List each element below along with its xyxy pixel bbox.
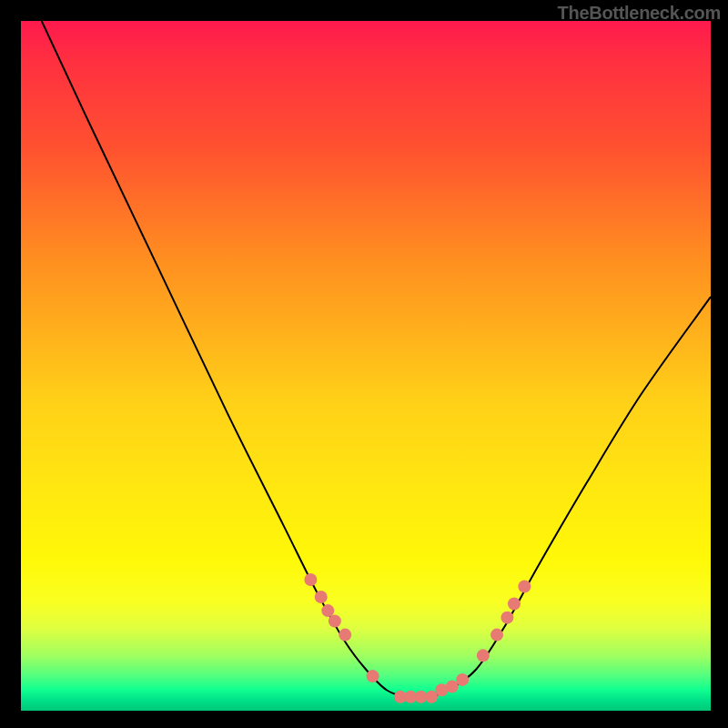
curve-svg	[21, 21, 711, 711]
marker-dot	[339, 629, 351, 642]
marker-dot	[321, 604, 334, 617]
marker-dot	[304, 573, 317, 586]
attribution-label: TheBottleneck.com	[558, 3, 721, 24]
marker-dot	[367, 670, 379, 682]
marker-dot	[456, 673, 469, 686]
marker-dot	[500, 612, 513, 624]
marker-dot	[425, 691, 438, 703]
chart-frame: TheBottleneck.com	[0, 0, 728, 728]
bottleneck-curve	[42, 21, 711, 698]
marker-dot	[508, 598, 521, 611]
gradient-plot-area	[21, 21, 711, 711]
marker-dot	[446, 680, 459, 693]
marker-dot	[518, 581, 531, 593]
marker-dot	[329, 614, 341, 627]
marker-dot	[477, 649, 490, 662]
marker-group	[304, 573, 531, 703]
marker-dot	[490, 629, 503, 642]
marker-dot	[315, 591, 328, 603]
